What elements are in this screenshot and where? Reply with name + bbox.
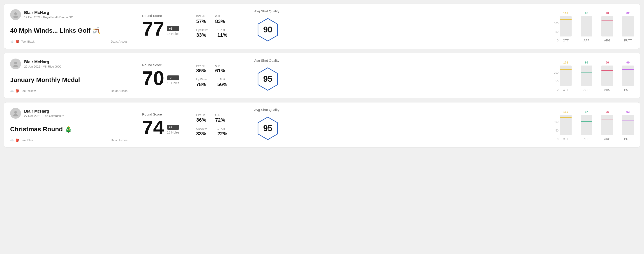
svg-point-1 [13,15,18,18]
user-row: Blair McHarg12 Feb 2022 · Royal North De… [10,9,128,20]
y-axis-label: 100 [554,121,558,124]
score-number: 74 [142,118,164,137]
data-source: Data: Arccos [111,40,128,43]
chart-column: 101OTT [560,61,572,91]
stats-row-bottom: Up/Down78%1 Putt56% [196,78,241,87]
round-title: January Monthly Medal [10,76,128,84]
bar-value: 96 [606,61,609,64]
y-axis-label: 100 [554,71,558,74]
svg-point-0 [14,12,17,15]
bar-label: APP [584,39,590,42]
quality-label: Avg Shot Quality [254,108,279,112]
bar-label: OTT [563,88,569,91]
stat-value: 22% [217,131,227,137]
tee-row: ☁️🎒Tee: YellowData: Arccos [10,89,128,93]
avatar [10,9,21,20]
score-row: 77+518 Holes [142,19,192,39]
stat-label: GIR [215,113,225,117]
stat-oneputt: 1 Putt22% [217,127,227,137]
stat-label: 1 Putt [217,28,227,32]
score-diff-badge: +2 [167,125,179,130]
stat-gir: GIR72% [215,113,225,123]
score-number: 70 [142,68,164,88]
avatar [10,108,21,119]
stat-value: 72% [215,117,225,123]
y-axis-label: 0 [557,88,558,91]
holes-label: 18 Holes [167,81,179,85]
stat-value: 78% [196,82,208,87]
bar-value: 101 [563,61,568,64]
chart-column: 98ARG [601,11,613,42]
bar-label: ARG [604,39,610,42]
round-card: Blair McHarg27 Dec 2021 · The Oxfordshir… [4,102,640,147]
y-axis-label: 50 [556,80,558,83]
y-axis-label: 100 [554,22,558,25]
stat-label: Up/Down [196,28,208,32]
stats-section: FW Hit86%GIR61%Up/Down78%1 Putt56% [196,59,241,93]
bar-label: OTT [563,137,569,141]
hexagon-quality: 90 [254,16,281,43]
bar-label: PUTT [624,137,632,141]
bar-value: 95 [585,11,588,15]
score-diff-badge: +5 [167,26,179,31]
bar-value: 82 [626,11,630,15]
stat-label: FW Hit [196,15,206,18]
user-info: Blair McHarg29 Jan 2022 · Mill Ride GCC [24,60,61,68]
chart-column: 110OTT [560,110,572,141]
tee-label: Tee: Blue [21,138,33,142]
user-meta: 12 Feb 2022 · Royal North Devon GC [24,15,73,19]
round-left-section: Blair McHarg12 Feb 2022 · Royal North De… [10,9,128,43]
chart-column: 86APP [580,61,592,91]
bag-icon: 🎒 [16,40,19,43]
stat-oneputt: 1 Putt56% [217,78,227,87]
stat-value: 33% [196,32,208,38]
score-section: Round Score77+518 Holes [142,9,192,43]
stats-section: FW Hit36%GIR72%Up/Down33%1 Putt22% [196,108,241,142]
user-info: Blair McHarg27 Dec 2021 · The Oxfordshir… [24,109,64,118]
bar-label: PUTT [624,39,632,42]
svg-point-3 [14,62,17,64]
stat-value: 83% [215,18,225,24]
chart-column: 87APP [580,110,592,141]
bar-label: ARG [604,88,610,91]
stat-updown: Up/Down33% [196,28,208,38]
stat-value: 33% [196,131,208,137]
tee-row: ☁️🎒Tee: BlueData: Arccos [10,138,128,142]
quality-label: Avg Shot Quality [254,9,279,13]
holes-label: 18 Holes [167,130,179,134]
quality-value: 95 [263,124,272,133]
bar-label: APP [584,88,590,91]
bar-label: APP [584,137,590,141]
score-label: Round Score [142,14,192,17]
chart-column: 82PUTT [622,11,634,42]
stat-oneputt: 1 Putt11% [217,28,227,38]
round-title: 40 Mph Winds... Links Golf 🪃 [10,27,128,34]
stat-label: 1 Putt [217,78,227,81]
bar-value: 99 [626,61,630,64]
stat-value: 36% [196,117,206,123]
weather-icon: ☁️ [10,40,14,43]
score-diff-badge: -2 [167,75,179,80]
y-axis-label: 0 [557,39,558,42]
stat-label: 1 Putt [217,127,227,130]
score-label: Round Score [142,112,192,116]
hexagon-quality: 95 [254,115,281,142]
hexagon-quality: 95 [254,66,281,93]
score-section: Round Score74+218 Holes [142,108,192,142]
user-name: Blair McHarg [24,10,73,15]
stat-gir: GIR83% [215,15,225,24]
bar-value: 107 [563,11,568,15]
bar-label: ARG [604,137,610,141]
user-name: Blair McHarg [24,109,64,114]
score-section: Round Score70-218 Holes [142,59,192,93]
stat-label: Up/Down [196,127,208,130]
bar-label: PUTT [624,88,632,91]
score-row: 74+218 Holes [142,118,192,137]
tee-info: ☁️🎒Tee: Black [10,40,34,43]
round-card: Blair McHarg12 Feb 2022 · Royal North De… [4,3,640,49]
stat-label: FW Hit [196,64,206,67]
bar-value: 93 [626,110,630,114]
chart-column: 96ARG [601,61,613,91]
stat-fw-hit: FW Hit57% [196,15,206,24]
y-axis-label: 0 [557,137,558,141]
